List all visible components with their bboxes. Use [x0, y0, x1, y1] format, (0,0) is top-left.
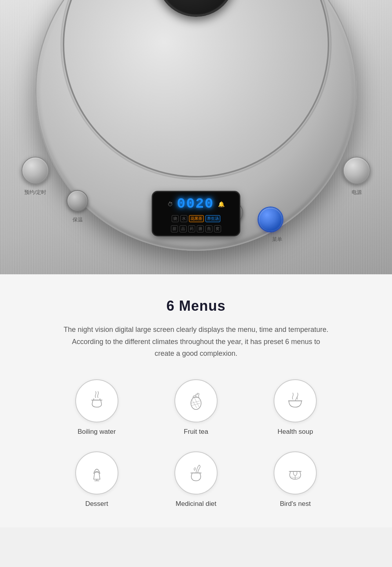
boiling-water-icon [85, 389, 109, 413]
menu-item-dessert: Dessert [51, 451, 142, 508]
medicinal-diet-label: Medicinal diet [176, 500, 216, 508]
lcd-mode-fruittea: 花果茶 [189, 215, 204, 222]
section-title: 6 Menus [31, 298, 361, 314]
bell-icon: 🔔 [218, 201, 225, 207]
lcd-mode-product: 品 [180, 225, 187, 232]
medicinal-diet-icon [184, 461, 208, 485]
medicinal-diet-icon-circle [174, 451, 218, 495]
menu-button-label-area: 菜单 [272, 234, 282, 243]
pot-inner-ring [63, 0, 329, 178]
power-button[interactable] [343, 157, 370, 184]
menu-label: 菜单 [272, 236, 282, 243]
lcd-display: ⏱ 0020 🔔 烧 水 花果茶 养生汤 甜 品 药 膳 燕 窝 [153, 192, 239, 235]
menu-item-medicinal-diet: Medicinal diet [150, 451, 241, 508]
fruit-tea-label: Fruit tea [184, 428, 208, 436]
menu-item-health-soup: Health soup [250, 379, 341, 436]
boiling-water-label: Boiling water [78, 428, 116, 436]
section-description: The night vision digital large screen cl… [63, 324, 329, 360]
menu-item-boiling-water: Boiling water [51, 379, 142, 436]
schedule-button-label: 预约/定时 [24, 189, 46, 196]
dessert-icon [85, 461, 109, 485]
left-top-button-area: 预约/定时 [22, 157, 49, 196]
lcd-mode-boil: 烧 [172, 215, 179, 222]
lcd-mode-healthsoup: 养生汤 [205, 215, 220, 222]
birds-nest-label: Bird's nest [280, 500, 311, 508]
product-image-section: 预约/定时 保温 电源 ⏱ 0020 🔔 烧 水 花果茶 养生汤 甜 品 药 膳… [0, 0, 392, 274]
menu-button[interactable] [259, 208, 282, 231]
lcd-modes-row2: 甜 品 药 膳 燕 窝 [158, 225, 234, 232]
lcd-mode-med: 药 [188, 225, 195, 232]
birds-nest-icon [283, 461, 307, 485]
menu-grid: Boiling water Fruit tea [51, 379, 341, 508]
svg-line-2 [194, 398, 199, 407]
keep-warm-button-label: 保温 [73, 216, 83, 223]
lcd-mode-sweet: 甜 [171, 225, 178, 232]
clock-icon: ⏱ [167, 201, 173, 207]
left-bottom-button-area: 保温 [67, 190, 88, 223]
lcd-mode-water: 水 [180, 215, 187, 222]
lcd-mode-tonic: 膳 [197, 225, 204, 232]
health-soup-label: Health soup [278, 428, 313, 436]
birds-nest-icon-circle [274, 451, 317, 495]
health-soup-icon-circle [274, 379, 317, 422]
lcd-mode-steam: 燕 [205, 225, 212, 232]
fruit-tea-icon-circle [174, 379, 218, 422]
menu-item-fruit-tea: Fruit tea [150, 379, 241, 436]
right-top-button-area: 电源 [343, 157, 370, 196]
health-soup-icon [283, 389, 307, 413]
schedule-button[interactable] [22, 157, 49, 184]
dessert-icon-circle [75, 451, 118, 495]
keep-warm-button[interactable] [67, 190, 88, 212]
svg-line-4 [191, 403, 200, 406]
menu-item-birds-nest: Bird's nest [250, 451, 341, 508]
fruit-tea-icon [184, 389, 208, 413]
lcd-time-display: 0020 [177, 196, 214, 212]
lcd-modes-row1: 烧 水 花果茶 养生汤 [158, 215, 234, 222]
info-section: 6 Menus The night vision digital large s… [0, 274, 392, 527]
boiling-water-icon-circle [75, 379, 118, 422]
power-button-label: 电源 [352, 189, 362, 196]
dessert-label: Dessert [85, 500, 108, 508]
lcd-mode-nest: 窝 [214, 225, 221, 232]
